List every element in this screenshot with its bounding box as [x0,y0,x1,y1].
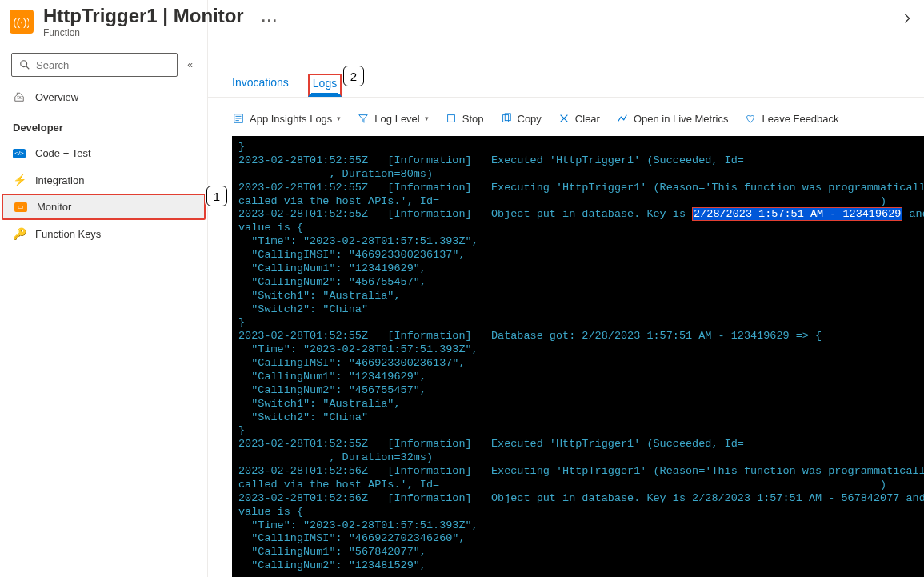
log-text-post: and value is { "Time": "2023-02-28T01:57… [238,208,924,571]
nav-code-test-label: Code + Test [35,147,91,159]
nav-integration[interactable]: ⚡ Integration [0,166,207,194]
nav-overview[interactable]: fx Overview [0,83,207,110]
code-icon: </> [13,149,26,158]
nav-function-keys-label: Function Keys [35,228,101,240]
clear-button[interactable]: Clear [558,112,600,125]
log-level-button[interactable]: Log Level ▾ [357,112,428,125]
log-console[interactable]: } 2023-02-28T01:52:55Z [Information] Exe… [232,136,924,577]
toolbar: App Insights Logs ▾ Log Level ▾ Stop [208,98,924,136]
app-insights-logs-button[interactable]: App Insights Logs ▾ [232,112,341,125]
page-subtitle: Function [43,27,244,38]
heart-icon [744,112,757,125]
page-title: HttpTrigger1 | Monitor [43,5,244,27]
copy-button[interactable]: Copy [500,112,542,125]
callout-1: 1 [206,186,227,206]
live-metrics-icon [616,112,629,125]
open-live-metrics-button[interactable]: Open in Live Metrics [616,112,729,125]
search-box[interactable] [11,53,178,77]
collapse-sidebar-icon[interactable]: « [184,56,196,74]
svg-line-2 [26,66,30,70]
live-metrics-label: Open in Live Metrics [634,113,729,125]
key-icon: 🔑 [13,227,26,240]
copy-icon [500,112,513,125]
stop-label: Stop [462,113,484,125]
tab-logs[interactable]: Logs [308,74,342,97]
svg-point-1 [21,61,27,67]
filter-icon [357,112,370,125]
tab-invocations[interactable]: Invocations [232,76,289,97]
stop-button[interactable]: Stop [445,112,484,125]
monitor-icon: ▭ [14,202,27,212]
nav-overview-label: Overview [35,91,78,103]
leave-feedback-button[interactable]: Leave Feedback [744,112,838,125]
main-content: Invocations Logs App Insights Logs ▾ Log… [208,0,924,577]
log-level-label: Log Level [374,113,419,125]
logs-icon [232,112,245,125]
copy-label: Copy [518,113,542,125]
svg-rect-8 [447,115,454,122]
nav-monitor[interactable]: ▭ Monitor [2,194,206,220]
clear-label: Clear [575,113,600,125]
svg-text:fx: fx [17,94,22,100]
clear-icon [558,112,570,125]
callout-2: 2 [343,66,364,86]
nav-function-keys[interactable]: 🔑 Function Keys [0,220,207,247]
function-app-icon: ((·)) [10,10,34,34]
sidebar: « fx Overview Developer </> Code + Test … [0,0,208,577]
chevron-down-icon: ▾ [337,114,341,122]
integration-icon: ⚡ [13,174,26,186]
stop-icon [445,112,458,125]
header-more-button[interactable]: ··· [262,13,278,30]
chevron-down-icon: ▾ [425,114,429,122]
section-developer: Developer [0,110,207,140]
leave-feedback-label: Leave Feedback [762,113,838,125]
overview-icon: fx [13,90,26,103]
app-insights-label: App Insights Logs [250,113,332,125]
nav-monitor-label: Monitor [37,201,71,213]
tabs: Invocations Logs [208,67,924,98]
nav-code-test[interactable]: </> Code + Test [0,140,207,166]
log-highlight-key: 2/28/2023 1:57:51 AM - 123419629 [692,207,902,221]
search-icon [18,58,31,71]
search-input[interactable] [36,59,170,71]
svg-text:((·)): ((·)) [14,15,29,27]
nav-integration-label: Integration [35,174,84,186]
